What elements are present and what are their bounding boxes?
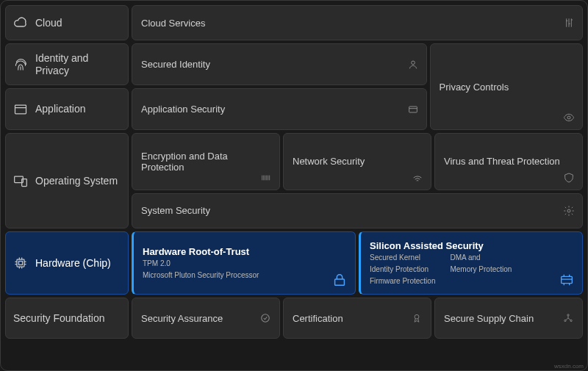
lock-icon [331,272,348,288]
card-virus-threat[interactable]: Virus and Threat Protection [434,133,583,190]
card-encryption[interactable]: Encryption and Data Protection [132,133,280,190]
person-icon [407,59,419,71]
svg-rect-2 [409,107,417,112]
network-nodes-icon [563,313,573,323]
card-root-sub2: Microsoft Pluton Security Processor [143,270,346,281]
window-icon [13,102,28,117]
card-secured-identity-title: Secured Identity [141,59,417,70]
card-application-security-title: Application Security [141,104,417,115]
row-os: Operating System Encryption and Data Pro… [5,133,583,228]
devices-icon [13,173,28,188]
silicon-c2-l1: DMA and [450,253,512,263]
sidebar-hardware-label: Hardware (Chip) [35,257,111,270]
sidebar-os: Operating System [5,133,129,228]
ribbon-icon [412,313,422,323]
card-silicon-title: Silicon Assisted Security [370,240,573,251]
sidebar-hardware: Hardware (Chip) [5,231,129,295]
svg-rect-7 [17,259,24,267]
svg-rect-9 [335,279,345,285]
card-certification[interactable]: Certification [283,298,431,339]
svg-rect-0 [15,105,26,114]
silicon-c1-l3: Firmware Protection [370,276,435,287]
card-root-sub1: TPM 2.0 [143,259,346,269]
sidebar-foundation: Security Foundation [5,298,129,339]
card-silicon-security[interactable]: Silicon Assisted Security Secured Kernel… [359,231,583,295]
cloud-icon [13,15,28,30]
svg-point-1 [411,61,415,65]
row-hardware: Hardware (Chip) Hardware Root-of-Trust T… [5,231,583,295]
card-cloud-services[interactable]: Cloud Services [132,5,583,40]
svg-point-12 [415,314,419,319]
row-identity-app: Identity and Privacy Application Secured… [5,43,583,130]
app-window-icon [407,104,419,115]
card-assurance-title: Security Assurance [141,313,223,324]
card-application-security[interactable]: Application Security [132,88,427,130]
sidebar-os-label: Operating System [35,175,118,187]
sidebar-cloud: Cloud [5,5,129,40]
card-privacy-controls-title: Privacy Controls [440,82,509,93]
card-virus-title: Virus and Threat Protection [444,156,573,167]
row-foundation: Security Foundation Security Assurance C… [5,298,583,339]
fingerprint-icon [13,57,28,72]
shield-icon [563,172,575,184]
card-encryption-title: Encryption and Data Protection [141,151,270,173]
card-network-security[interactable]: Network Security [283,133,431,190]
eye-icon [563,112,575,123]
card-supply-title: Secure Supply Chain [444,313,534,324]
sidebar-identity-label: Identity and Privacy [35,52,121,77]
card-cloud-services-title: Cloud Services [141,18,573,29]
card-secured-identity[interactable]: Secured Identity [132,43,427,85]
svg-point-6 [567,209,570,212]
gear-icon [563,205,575,217]
card-root-title: Hardware Root-of-Trust [143,246,346,257]
sidebar-cloud-label: Cloud [35,17,62,29]
checkmark-icon [260,313,270,323]
sidebar-identity: Identity and Privacy [5,43,129,85]
sidebar-foundation-label: Security Foundation [13,312,105,325]
svg-rect-10 [562,276,573,283]
sidebar-application-label: Application [35,103,86,115]
sliders-icon [563,17,575,29]
silicon-c2-l2: Memory Protection [450,264,512,275]
svg-point-11 [262,314,270,323]
card-system-title: System Security [141,205,573,216]
wifi-icon [412,172,423,184]
sidebar-application: Application [5,88,129,130]
silicon-c1-l1: Secured Kernel [370,253,435,263]
card-network-title: Network Security [293,156,422,167]
card-chip-icon [559,272,575,288]
row-cloud: Cloud Cloud Services [5,5,583,40]
silicon-c1-l2: Identity Protection [370,264,435,275]
card-privacy-controls[interactable]: Privacy Controls [430,43,584,130]
svg-point-13 [567,314,569,316]
card-root-of-trust[interactable]: Hardware Root-of-Trust TPM 2.0 Microsoft… [132,231,356,295]
svg-point-3 [567,116,570,119]
card-security-assurance[interactable]: Security Assurance [132,298,280,339]
watermark: wsxdn.com [554,363,584,370]
svg-rect-8 [19,262,23,265]
card-system-security[interactable]: System Security [132,193,583,228]
barcode-icon [260,172,272,184]
chip-icon [13,256,28,270]
card-certification-title: Certification [293,313,343,324]
card-supply-chain[interactable]: Secure Supply Chain [434,298,583,339]
